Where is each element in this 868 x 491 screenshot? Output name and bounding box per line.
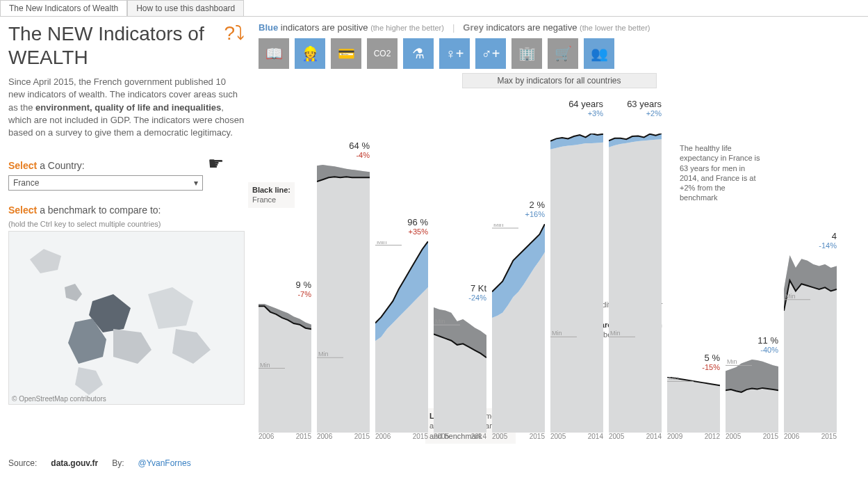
svg-text:Min: Min: [260, 362, 270, 369]
flask-icon[interactable]: ⚗: [403, 38, 434, 69]
chart-svg: Min: [667, 377, 720, 433]
chart-c1[interactable]: 9 %-7%Min20062015: [259, 304, 311, 440]
callout-black-line: Black line:France: [248, 182, 295, 208]
book-icon[interactable]: 📖: [259, 38, 289, 69]
chart-axis: 20062015: [259, 433, 311, 440]
health-female-icon[interactable]: ♀+: [439, 38, 470, 69]
benchmark-hint: (hold the Ctrl key to select multiple co…: [8, 220, 245, 228]
benchmark-map[interactable]: © OpenStreetMap contributors: [8, 231, 245, 405]
chevron-down-icon: ▾: [194, 178, 198, 188]
health-male-icon[interactable]: ♂+: [475, 38, 506, 69]
cart-icon[interactable]: 🛒: [548, 38, 578, 69]
chart-value-label: 64 %-4%: [349, 140, 370, 159]
tab-howto[interactable]: How to use this dashboard: [127, 0, 244, 16]
chart-svg: Min: [492, 224, 545, 433]
chart-value-label: 5 %-15%: [702, 353, 720, 371]
chart-svg: Min: [317, 165, 370, 433]
country-value: France: [13, 178, 39, 188]
charts-section-title: Max by indicators for all countries: [462, 73, 657, 88]
chart-value-label: 96 %+35%: [407, 217, 428, 236]
chart-axis: 20052014: [609, 433, 662, 440]
chart-value-label: 63 years+2%: [627, 99, 662, 118]
chart-axis: 20062015: [375, 433, 428, 440]
svg-text:Min: Min: [669, 377, 679, 381]
tab-indicators[interactable]: The New Indicators of Wealth: [0, 0, 127, 16]
worker-icon[interactable]: 👷: [295, 38, 325, 69]
benchmark-label: Select a benchmark to compare to:: [8, 204, 245, 216]
svg-text:Min: Min: [377, 241, 387, 246]
chart-value-label: 4-14%: [819, 231, 837, 250]
charts-area: Black line:France Light grey, common are…: [259, 95, 860, 450]
right-panel: Blue indicators are positive (the higher…: [259, 22, 860, 450]
svg-text:Min: Min: [493, 224, 504, 228]
svg-text:Min: Min: [552, 330, 562, 337]
chart-c7[interactable]: 63 years+2%Min20052014: [609, 134, 662, 440]
chart-axis: 20092012: [667, 433, 720, 440]
people-icon[interactable]: 👥: [584, 38, 614, 69]
legend: Blue indicators are positive (the higher…: [259, 22, 860, 33]
chart-c8[interactable]: 5 %-15%Min20092012: [667, 377, 720, 440]
chart-value-label: 9 %-7%: [296, 280, 311, 298]
chart-svg: Min: [259, 304, 311, 433]
pointer-hand-icon: ☛: [208, 153, 224, 175]
indicator-icons: 📖👷💳CO2⚗♀+♂+🏢🛒👥: [259, 38, 860, 69]
chart-svg: Min: [784, 255, 837, 433]
svg-text:Min: Min: [318, 351, 329, 357]
chart-c2[interactable]: 64 %-4%Min20062015: [317, 165, 370, 440]
footer: Source: data.gouv.fr By: @YvanFornes: [0, 456, 868, 471]
chart-c10[interactable]: 4-14%Min20062015: [784, 255, 837, 440]
chart-svg: Min: [434, 307, 486, 433]
chart-value-label: 2 %+16%: [525, 200, 545, 218]
left-panel: The NEW Indicators of WEALTH ?⤵ Since Ap…: [8, 22, 259, 450]
chart-value-label: 11 %-40%: [758, 335, 778, 354]
chart-c6[interactable]: 64 years+3%Min20052014: [550, 134, 603, 440]
chart-c3[interactable]: 96 %+35%Min20062015: [375, 241, 428, 440]
chart-value-label: 7 Kt-24%: [468, 283, 486, 302]
tabs: The New Indicators of Wealth How to use …: [0, 0, 868, 17]
chart-c5[interactable]: 2 %+16%Min20052015: [492, 224, 545, 440]
chart-c9[interactable]: 11 %-40%Min20052015: [726, 360, 778, 440]
chart-svg: Min: [375, 241, 428, 433]
chart-axis: 20052015: [492, 433, 545, 440]
svg-text:Min: Min: [727, 360, 737, 365]
help-arrow-icon: ?⤵: [224, 22, 245, 45]
intro-text: Since April 2015, the French government …: [8, 76, 245, 139]
chart-c4[interactable]: 7 Kt-24%Min20052014: [434, 307, 486, 440]
page-title: The NEW Indicators of WEALTH: [8, 22, 245, 69]
country-dropdown[interactable]: France ▾: [8, 175, 203, 191]
chart-axis: 20052014: [434, 433, 486, 440]
source-link[interactable]: data.gouv.fr: [51, 458, 98, 468]
cards-icon[interactable]: 💳: [331, 38, 361, 69]
callout-healthy: The healthy life expectancy in France is…: [675, 140, 766, 206]
building-icon[interactable]: 🏢: [511, 38, 542, 69]
svg-text:Min: Min: [435, 318, 445, 325]
chart-svg: Min: [726, 360, 778, 433]
europe-map-icon: [9, 232, 245, 405]
chart-axis: 20062015: [784, 433, 837, 440]
svg-text:Min: Min: [610, 330, 621, 337]
map-attribution: © OpenStreetMap contributors: [12, 395, 106, 403]
chart-axis: 20052014: [550, 433, 603, 440]
chart-svg: Min: [550, 134, 603, 433]
co2-icon[interactable]: CO2: [367, 38, 398, 69]
chart-axis: 20052015: [726, 433, 778, 440]
chart-svg: Min: [609, 134, 662, 433]
chart-value-label: 64 years+3%: [568, 99, 603, 118]
author-link[interactable]: @YvanFornes: [138, 458, 190, 468]
svg-text:Min: Min: [785, 293, 796, 300]
chart-axis: 20062015: [317, 433, 370, 440]
